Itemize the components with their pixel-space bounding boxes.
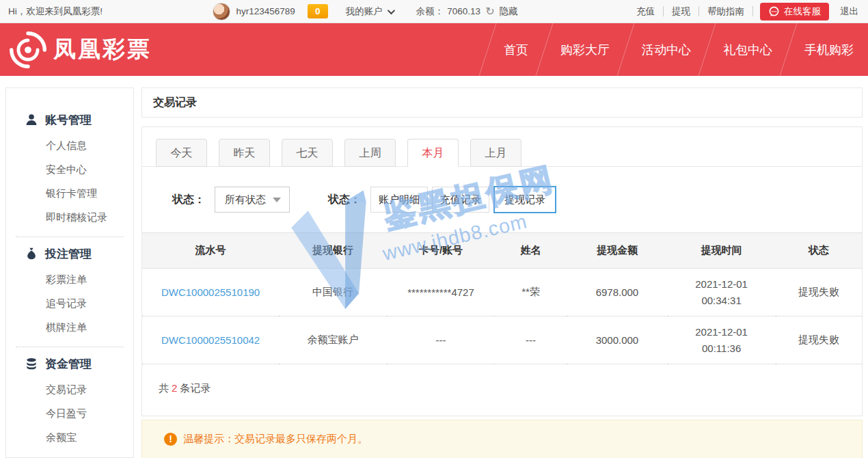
col-time: 提现时间 [668,233,776,269]
sidebar-item-yuebao[interactable]: 余额宝 [6,425,133,449]
sidebar-item-transaction-records[interactable]: 交易记录 [6,377,133,401]
col-card: 卡号/账号 [387,233,495,269]
phoenix-swirl-icon [10,31,46,68]
user-avatar[interactable] [213,3,230,21]
warning-icon: ! [164,433,177,446]
record-count: 2 [169,382,180,394]
main-nav: 凤凰彩票 首页 购彩大厅 活动中心 礼包中心 手机购彩 [0,23,868,76]
notice-text: 温馨提示：交易记录最多只保存两个月。 [183,433,368,446]
amount-cell: 3000.000 [567,316,667,364]
sidebar-divider [16,237,124,237]
nav-item-home[interactable]: 首页 [489,23,543,76]
name-cell: --- [495,316,567,364]
nav-menu: 首页 购彩大厅 活动中心 礼包中心 手机购彩 [486,23,868,76]
logout-link[interactable]: 退出 [836,5,860,18]
my-account-dropdown[interactable]: 我的账户 [346,5,393,18]
bank-cell: 中国银行 [279,269,387,316]
col-serial: 流水号 [142,233,279,269]
filter-account-detail-button[interactable]: 账户明细 [370,187,428,213]
sidebar-section-account: 账号管理 [6,106,133,133]
time-cell: 2021-12-01 00:11:36 [668,316,776,364]
withdraw-link[interactable]: 提现 [664,5,699,18]
sidebar-item-board-orders[interactable]: 棋牌注单 [6,315,133,339]
sidebar-item-audit-records[interactable]: 即时稽核记录 [6,205,133,229]
sidebar-item-lottery-orders[interactable]: 彩票注单 [6,267,133,291]
filter-withdraw-records-button[interactable]: 提现记录 [493,186,556,213]
bank-cell: 余额宝账户 [279,316,387,364]
sidebar: 账号管理 个人信息 安全中心 银行卡管理 即时稽核记录 投注管理 彩票注单 追号… [5,87,134,458]
greeting-text: Hi，欢迎来到凤凰彩票! [8,5,103,18]
main-panel: 交易记录 今天 昨天 七天 上周 本月 上月 状态： 所有状态 状态： 账户明细… [141,87,863,458]
nav-item-mobile[interactable]: 手机购彩 [790,23,868,76]
page-title: 交易记录 [141,87,863,118]
help-guide-link[interactable]: 帮助指南 [699,5,752,18]
sidebar-item-personal-info[interactable]: 个人信息 [6,133,133,157]
notice-banner: ! 温馨提示：交易记录最多只保存两个月。 [141,420,863,458]
brand-logo[interactable]: 凤凰彩票 [10,31,152,68]
card-cell: --- [387,316,495,364]
sidebar-item-bank-cards[interactable]: 银行卡管理 [6,181,133,205]
col-amount: 提现金额 [567,233,667,269]
card-cell: ***********4727 [387,269,495,316]
funds-icon [25,357,38,371]
table-row: DWC1000025510042 余额宝账户 --- --- 3000.000 … [142,316,862,364]
hide-balance-link[interactable]: 隐藏 [500,5,518,18]
time-cell: 2021-12-01 00:34:31 [668,269,776,316]
chevron-down-icon [388,6,395,14]
tab-today[interactable]: 今天 [156,139,207,167]
table-row: DWC1000025510190 中国银行 ***********4727 **… [142,269,862,316]
online-service-button[interactable]: 在线客服 [760,3,829,21]
top-bar: Hi，欢迎来到凤凰彩票! hyr123456789 0 我的账户 余额： 706… [0,0,868,23]
sidebar-section-betting: 投注管理 [6,240,133,267]
status-select[interactable]: 所有状态 [215,187,290,213]
col-name: 姓名 [495,233,567,269]
tab-this-month[interactable]: 本月 [407,139,459,167]
status-cell: 提现失败 [776,316,862,364]
record-count-summary: 共2条记录 [142,364,862,416]
nav-item-hall[interactable]: 购彩大厅 [546,23,624,76]
table-header-row: 流水号 提现银行 卡号/账号 姓名 提现金额 提现时间 状态 [142,233,862,269]
username-text: hyr123456789 [236,6,295,16]
account-info-group: hyr123456789 0 我的账户 余额： 7060.13 ↻ 隐藏 [213,3,517,21]
dropdown-arrow-icon [273,198,281,202]
tab-last-week[interactable]: 上周 [344,139,396,167]
sidebar-item-chase-records[interactable]: 追号记录 [6,291,133,315]
message-count-badge[interactable]: 0 [308,4,328,18]
date-range-tabs: 今天 昨天 七天 上周 本月 上月 [142,127,862,167]
tab-yesterday[interactable]: 昨天 [219,139,270,167]
headset-icon [768,5,780,17]
tab-last-month[interactable]: 上月 [470,139,521,167]
topbar-links: 充值 提现 帮助指南 在线客服 退出 [628,3,860,21]
moneybag-icon [25,247,38,260]
nav-item-gift[interactable]: 礼包中心 [709,23,787,76]
serial-link[interactable]: DWC1000025510190 [142,269,279,316]
balance-value: 7060.13 [447,6,480,16]
tab-seven-days[interactable]: 七天 [282,139,333,167]
type-filter-label: 状态： [328,193,361,207]
status-filter-label: 状态： [172,193,205,207]
sidebar-divider [16,347,124,347]
col-status: 状态 [776,233,862,269]
sidebar-section-funds: 资金管理 [6,350,133,377]
nav-item-activity[interactable]: 活动中心 [627,23,705,76]
balance-display: 余额： 7060.13 ↻ 隐藏 [416,5,518,18]
balance-label: 余额： [416,5,444,18]
serial-link[interactable]: DWC1000025510042 [142,316,279,364]
user-icon [25,113,38,126]
records-table: 流水号 提现银行 卡号/账号 姓名 提现金额 提现时间 状态 DWC100002… [142,232,862,364]
filter-row: 状态： 所有状态 状态： 账户明细 充值记录 提现记录 [142,167,862,232]
brand-name: 凤凰彩票 [53,34,152,65]
refresh-icon[interactable]: ↻ [485,5,494,18]
sidebar-item-security-center[interactable]: 安全中心 [6,157,133,181]
name-cell: **荣 [495,269,567,316]
status-cell: 提现失败 [776,269,862,316]
filter-recharge-records-button[interactable]: 充值记录 [432,187,489,213]
col-bank: 提现银行 [279,233,387,269]
content-box: 今天 昨天 七天 上周 本月 上月 状态： 所有状态 状态： 账户明细 充值记录… [141,126,863,416]
sidebar-item-today-pnl[interactable]: 今日盈亏 [6,401,133,425]
recharge-link[interactable]: 充值 [628,5,663,18]
amount-cell: 6978.000 [567,269,667,316]
